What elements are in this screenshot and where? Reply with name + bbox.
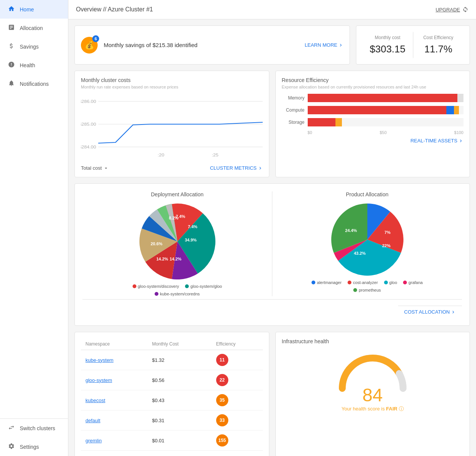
- legend-item-discovery: gloo-system/discovery: [133, 284, 179, 289]
- deployment-pie: 7.4% 34.9% 14.2% 14.2% 20.6% 8.2% 7.4%: [139, 204, 215, 279]
- legend-item-prometheus: prometheus: [353, 288, 381, 292]
- line-chart-svg: $286.00 $285.00 $284.00 :20 :25: [81, 94, 263, 162]
- compute-bar-row: Compute: [282, 106, 464, 114]
- namespace-col-header: Namespace: [81, 338, 147, 350]
- efficiency-badge: 155: [216, 434, 228, 447]
- efficiency-cell: 155: [212, 431, 263, 451]
- sidebar-item-home[interactable]: Home: [0, 0, 68, 19]
- svg-text:43.2%: 43.2%: [354, 251, 365, 256]
- cluster-metrics-link[interactable]: CLUSTER METRICS: [210, 165, 263, 171]
- svg-text:7%: 7%: [384, 230, 391, 235]
- legend-item-coredns: kube-system/coredns: [155, 292, 200, 296]
- svg-text:20.6%: 20.6%: [150, 241, 162, 246]
- svg-text:22%: 22%: [382, 243, 390, 248]
- table-row: gloo-system $0.56 22: [81, 370, 263, 390]
- svg-text:14.2%: 14.2%: [156, 257, 168, 261]
- sidebar-item-switch-clusters[interactable]: Switch clusters: [0, 419, 68, 437]
- deployment-legend: gloo-system/discovery gloo-system/gloo k…: [120, 284, 234, 296]
- bell-icon: [8, 80, 15, 88]
- monthly-cost-label: Monthly cost: [368, 35, 407, 40]
- learn-more-link[interactable]: LEARN MORE: [305, 42, 343, 48]
- resource-efficiency-title: Resource Efficiency: [282, 77, 464, 83]
- monthly-cost-metric: Monthly cost $303.15: [362, 32, 413, 58]
- monthly-costs-card: Monthly cluster costs Monthly run rate e…: [74, 71, 269, 177]
- storage-label: Storage: [282, 120, 305, 125]
- sidebar-item-settings[interactable]: Settings: [0, 437, 68, 456]
- top-row: 💰 6 Monthly savings of $215.38 identifie…: [74, 25, 470, 65]
- resource-efficiency-subtitle: Expense allocation based on currently pr…: [282, 85, 464, 89]
- main-content: Overview // Azure Cluster #1 UPGRADE 💰 6…: [68, 0, 476, 456]
- svg-text:24.4%: 24.4%: [345, 228, 357, 233]
- infrastructure-health-card: Infrastructure health 84 Your health sco…: [275, 332, 470, 456]
- monthly-cost-col-header: Monthly Cost: [147, 338, 212, 350]
- efficiency-badge: 33: [216, 414, 228, 426]
- table-row: gremlin $0.01 155: [81, 431, 263, 451]
- sidebar-item-settings-label: Settings: [20, 444, 39, 450]
- table-row: default $0.31 33: [81, 410, 263, 431]
- sidebar-item-notifications-label: Notifications: [20, 81, 49, 87]
- monthly-cost-cell: $0.31: [147, 410, 212, 431]
- sidebar-item-switch-clusters-label: Switch clusters: [20, 425, 55, 431]
- real-time-assets-link[interactable]: REAL-TIME ASSETS: [282, 138, 464, 144]
- monthly-cost-value: $303.15: [368, 43, 407, 55]
- efficiency-cell: 11: [212, 350, 263, 370]
- namespace-link[interactable]: gremlin: [85, 438, 102, 443]
- sidebar-item-notifications[interactable]: Notifications: [0, 74, 68, 93]
- deployment-allocation: Deployment Allocation: [82, 191, 272, 296]
- table-row: kubecost $0.43 35: [81, 390, 263, 410]
- cost-allocation-link[interactable]: COST ALLOCATION: [398, 306, 462, 318]
- cost-metrics-card: Monthly cost $303.15 Cost Efficiency 11.…: [356, 25, 470, 65]
- efficiency-cell: 33: [212, 410, 263, 431]
- bar-chart: Memory Compute: [282, 94, 464, 135]
- memory-bar-row: Memory: [282, 94, 464, 102]
- home-icon: [8, 5, 15, 13]
- health-card-title: Infrastructure health: [282, 338, 464, 344]
- namespace-link[interactable]: kubecost: [85, 398, 105, 403]
- legend-item-alertmanager: alertmanager: [312, 280, 342, 285]
- table-row: kube-system $1.32 11: [81, 350, 263, 370]
- product-allocation-title: Product Allocation: [346, 191, 388, 197]
- svg-text:34.9%: 34.9%: [185, 238, 196, 242]
- sidebar-item-health[interactable]: Health: [0, 56, 68, 74]
- page-title: Overview // Azure Cluster #1: [76, 6, 153, 13]
- allocation-row: Deployment Allocation: [82, 191, 462, 296]
- namespace-link[interactable]: kube-system: [85, 357, 114, 363]
- sidebar-item-allocation-label: Allocation: [20, 25, 43, 31]
- switch-icon: [8, 424, 15, 432]
- monthly-cost-cell: $0.01: [147, 431, 212, 451]
- legend-item-cost-analyzer: cost-analyzer: [348, 280, 378, 285]
- efficiency-badge: 11: [216, 354, 228, 366]
- namespace-link[interactable]: gloo-system: [85, 377, 112, 383]
- svg-text::25: :25: [212, 153, 218, 157]
- savings-badge: 6: [92, 35, 99, 42]
- monthly-costs-title: Monthly cluster costs: [81, 77, 263, 83]
- storage-bar-row: Storage: [282, 118, 464, 126]
- monthly-cost-cell: $0.43: [147, 390, 212, 410]
- legend-item-gloo-product: gloo: [384, 280, 397, 285]
- cost-efficiency-label: Cost Efficiency: [419, 35, 458, 40]
- svg-text:7.4%: 7.4%: [188, 224, 197, 229]
- efficiency-cell: 35: [212, 390, 263, 410]
- compute-label: Compute: [282, 107, 305, 113]
- gauge-area: 84 Your health score is FAIR ⓘ: [282, 350, 464, 412]
- sidebar-item-savings[interactable]: Savings: [0, 37, 68, 56]
- health-icon: [8, 61, 15, 69]
- sidebar-item-allocation[interactable]: Allocation: [0, 19, 68, 37]
- sidebar-bottom: Switch clusters Settings: [0, 418, 68, 456]
- cost-efficiency-value: 11.7%: [419, 43, 458, 55]
- efficiency-badge: 22: [216, 374, 228, 386]
- bar-chart-icon: [8, 24, 15, 32]
- sidebar: Home Allocation Savings Health Notificat…: [0, 0, 68, 456]
- namespace-link[interactable]: default: [85, 418, 100, 423]
- svg-text:$285.00: $285.00: [81, 122, 96, 126]
- gear-icon: [8, 443, 15, 451]
- total-cost-label[interactable]: Total cost: [81, 165, 109, 171]
- monthly-cost-cell: $1.32: [147, 350, 212, 370]
- sidebar-item-health-label: Health: [20, 62, 35, 68]
- charts-row: Monthly cluster costs Monthly run rate e…: [74, 71, 470, 177]
- chart-footer: Total cost CLUSTER METRICS: [81, 165, 263, 171]
- upgrade-button[interactable]: UPGRADE: [436, 6, 468, 13]
- savings-icon-wrapper: 💰 6: [81, 37, 98, 54]
- savings-banner-card: 💰 6 Monthly savings of $215.38 identifie…: [74, 25, 350, 65]
- namespace-card: Namespace Monthly Cost Efficiency kube-s…: [74, 332, 269, 456]
